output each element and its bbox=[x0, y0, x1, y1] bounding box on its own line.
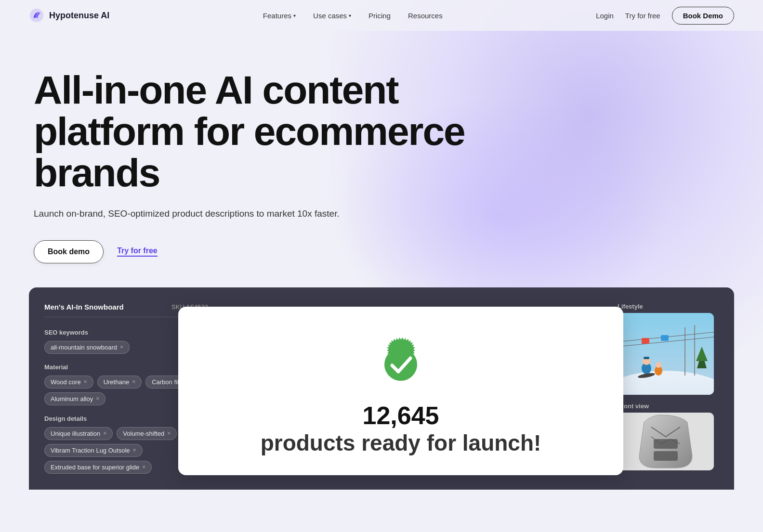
svg-rect-18 bbox=[654, 439, 678, 449]
front-view-label: Front view bbox=[618, 402, 719, 410]
seo-tag-0: all-mountain snowboard × bbox=[44, 341, 130, 354]
nav-resources[interactable]: Resources bbox=[408, 12, 443, 20]
book-demo-hero-button[interactable]: Book demo bbox=[34, 240, 104, 263]
lifestyle-label: Lifestyle bbox=[618, 303, 719, 310]
success-count: 12,645 bbox=[362, 402, 439, 429]
hero-section: All-in-one AI content platform for ecomm… bbox=[0, 31, 530, 263]
try-for-free-nav-button[interactable]: Try for free bbox=[625, 12, 660, 20]
svg-point-13 bbox=[656, 362, 661, 368]
material-tag-1: Urethane × bbox=[97, 376, 142, 389]
hero-actions: Book demo Try for free bbox=[34, 240, 530, 263]
nav-features[interactable]: Features ▾ bbox=[263, 12, 296, 20]
svg-point-20 bbox=[384, 348, 417, 381]
chevron-down-icon: ▾ bbox=[293, 13, 296, 18]
chevron-down-icon: ▾ bbox=[349, 13, 351, 18]
svg-rect-19 bbox=[654, 451, 678, 461]
remove-seo-tag-0[interactable]: × bbox=[120, 344, 123, 350]
success-message: 12,645 products ready for launch! bbox=[261, 401, 541, 456]
material-tag-0: Wood core × bbox=[44, 376, 93, 389]
remove-material-tag-3[interactable]: × bbox=[96, 395, 99, 402]
design-tag-1: Volume-shifted × bbox=[117, 427, 177, 440]
success-card: 12,645 products ready for launch! bbox=[178, 307, 623, 475]
logo[interactable]: Hypotenuse AI bbox=[29, 8, 109, 23]
design-tag-0: Unique illustration × bbox=[44, 427, 113, 440]
front-view-section: Front view bbox=[618, 402, 719, 470]
logo-text: Hypotenuse AI bbox=[49, 11, 109, 21]
snowboard-svg bbox=[618, 413, 714, 470]
material-tag-3: Aluminum alloy × bbox=[44, 392, 105, 405]
remove-material-tag-1[interactable]: × bbox=[132, 378, 135, 385]
nav-pricing[interactable]: Pricing bbox=[368, 12, 391, 20]
logo-icon bbox=[29, 8, 44, 23]
nav-use-cases[interactable]: Use cases ▾ bbox=[313, 12, 351, 20]
front-view-image bbox=[618, 413, 714, 470]
login-button[interactable]: Login bbox=[596, 12, 614, 20]
svg-rect-7 bbox=[642, 338, 649, 344]
navbar: Hypotenuse AI Features ▾ Use cases ▾ Pri… bbox=[0, 0, 763, 31]
book-demo-nav-button[interactable]: Book Demo bbox=[672, 7, 734, 25]
lifestyle-section: Lifestyle bbox=[618, 303, 719, 395]
svg-rect-8 bbox=[661, 335, 669, 341]
product-card: Men's AI-In Snowboard SKU AS4522 SEO key… bbox=[29, 287, 734, 490]
product-name: Men's AI-In Snowboard bbox=[44, 303, 124, 311]
remove-design-tag-0[interactable]: × bbox=[103, 430, 106, 437]
remove-material-tag-0[interactable]: × bbox=[84, 378, 87, 385]
hero-subtitle: Launch on-brand, SEO-optimized product d… bbox=[34, 207, 347, 221]
hero-title: All-in-one AI content platform for ecomm… bbox=[34, 69, 506, 194]
design-tag-2: Vibram Traction Lug Outsole × bbox=[44, 444, 143, 457]
success-products-text: products ready for launch! bbox=[261, 430, 541, 456]
remove-design-tag-2[interactable]: × bbox=[133, 447, 136, 454]
design-tag-3: Extruded base for superior glide × bbox=[44, 461, 152, 474]
lifestyle-svg bbox=[618, 313, 714, 395]
svg-rect-11 bbox=[644, 357, 649, 359]
success-badge bbox=[372, 336, 430, 393]
right-panel: Lifestyle bbox=[618, 303, 719, 483]
lifestyle-image bbox=[618, 313, 714, 395]
nav-right: Login Try for free Book Demo bbox=[596, 7, 734, 25]
try-for-free-hero-button[interactable]: Try for free bbox=[117, 247, 158, 257]
nav-center: Features ▾ Use cases ▾ Pricing Resources bbox=[263, 12, 443, 20]
remove-design-tag-3[interactable]: × bbox=[142, 464, 145, 470]
remove-design-tag-1[interactable]: × bbox=[167, 430, 171, 437]
